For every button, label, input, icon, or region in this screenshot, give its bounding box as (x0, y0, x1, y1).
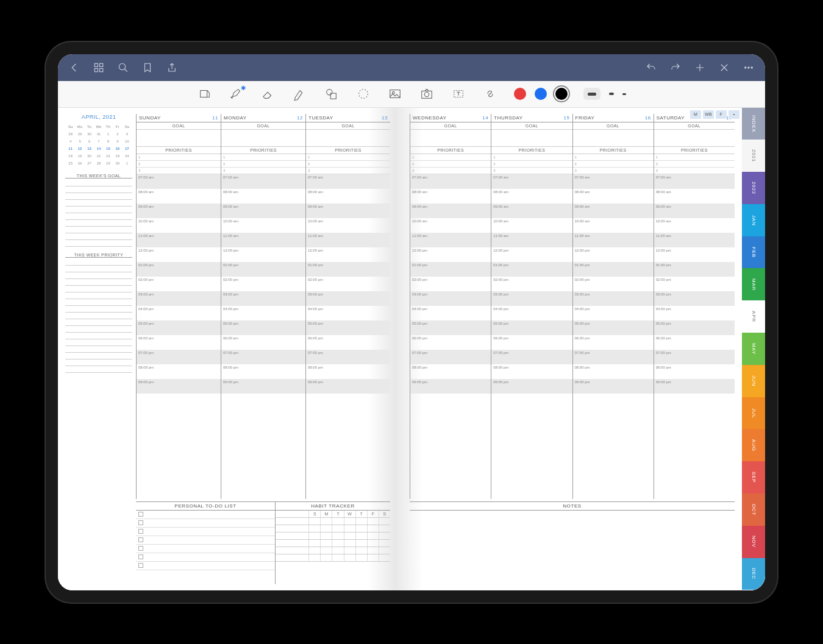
time-slot[interactable]: 07:00 am (654, 174, 735, 189)
time-slot[interactable]: 09:00 am (221, 203, 305, 218)
time-slot[interactable]: 01:00 pm (573, 262, 654, 277)
time-slot[interactable]: 10:00 am (306, 218, 390, 233)
time-slot[interactable]: 07:00 am (410, 174, 491, 189)
time-slot[interactable]: 04:00 pm (491, 306, 572, 320)
time-slot[interactable]: 08:00 pm (221, 364, 305, 379)
time-slot[interactable]: 09:00 pm (410, 379, 491, 394)
time-slot[interactable]: 08:00 am (573, 189, 654, 203)
time-slot[interactable]: 08:00 pm (137, 364, 221, 379)
camera-tool-icon[interactable] (419, 86, 435, 102)
time-slot[interactable]: 12:00 pm (654, 247, 735, 262)
time-slot[interactable]: 09:00 pm (654, 379, 735, 394)
time-slot[interactable]: 10:00 am (654, 218, 735, 233)
text-tool-icon[interactable] (451, 86, 466, 102)
time-slot[interactable]: 04:00 pm (221, 306, 305, 320)
checkbox-icon[interactable] (138, 546, 143, 551)
time-slot[interactable]: 07:00 am (137, 174, 221, 189)
checkbox-icon[interactable] (138, 512, 143, 517)
time-slot[interactable]: 01:00 pm (491, 262, 572, 277)
time-slot[interactable]: 11:00 am (654, 233, 735, 247)
day-column[interactable]: TUESDAY13GOALPRIORITIES12307:00 am08:00 … (305, 114, 390, 499)
time-slot[interactable]: 07:00 pm (306, 350, 390, 364)
time-slot[interactable]: 02:00 pm (491, 277, 572, 291)
mini-calendar[interactable]: SuMoTuWeThFrSa28293031123456789101112131… (65, 122, 132, 168)
time-slot[interactable]: 05:00 pm (137, 320, 221, 335)
time-slot[interactable]: 12:00 pm (137, 247, 221, 262)
time-slot[interactable]: 09:00 pm (491, 379, 572, 394)
side-tab[interactable]: JUN (742, 365, 765, 397)
time-slot[interactable]: 09:00 am (654, 203, 735, 218)
time-slot[interactable]: 11:00 am (306, 233, 390, 247)
highlighter-tool-icon[interactable] (292, 86, 308, 102)
time-slot[interactable]: 03:00 pm (654, 291, 735, 306)
side-tab[interactable]: 2021 (742, 140, 765, 172)
time-slot[interactable]: 05:00 pm (654, 320, 735, 335)
time-slot[interactable]: 10:00 am (573, 218, 654, 233)
time-slot[interactable]: 04:00 pm (306, 306, 390, 320)
stroke-width-option[interactable] (622, 93, 626, 95)
day-column[interactable]: WEDNESDAY14GOALPRIORITIES12307:00 am08:0… (410, 114, 491, 499)
day-column[interactable]: MONDAY12GOALPRIORITIES12307:00 am08:00 a… (221, 114, 305, 499)
side-tab[interactable]: JUL (742, 397, 765, 430)
time-slot[interactable]: 09:00 pm (573, 379, 654, 394)
view-button[interactable]: WB (703, 110, 714, 119)
readonly-tool-icon[interactable] (197, 86, 213, 102)
time-slot[interactable]: 07:00 am (573, 174, 654, 189)
time-slot[interactable]: 11:00 am (410, 233, 491, 247)
time-slot[interactable]: 08:00 pm (573, 364, 654, 379)
link-tool-icon[interactable] (482, 86, 498, 102)
stroke-width-option[interactable] (609, 93, 614, 95)
time-slot[interactable]: 09:00 pm (137, 379, 221, 394)
time-slot[interactable]: 06:00 pm (654, 335, 735, 350)
todo-row[interactable] (136, 562, 275, 570)
time-slot[interactable]: 07:00 pm (491, 350, 572, 364)
time-slot[interactable]: 06:00 pm (137, 335, 221, 350)
side-tab[interactable]: AUG (742, 429, 765, 461)
time-slot[interactable]: 11:00 am (491, 233, 572, 247)
side-tab[interactable]: MAR (742, 268, 765, 300)
time-slot[interactable]: 05:00 pm (221, 320, 305, 335)
time-slot[interactable]: 05:00 pm (491, 320, 572, 335)
time-slot[interactable]: 07:00 pm (410, 350, 491, 364)
side-tab[interactable]: SEP (742, 461, 765, 494)
time-slot[interactable]: 09:00 pm (306, 379, 390, 394)
time-slot[interactable]: 12:00 pm (573, 247, 654, 262)
time-slot[interactable]: 08:00 am (410, 189, 491, 203)
time-slot[interactable]: 03:00 pm (137, 291, 221, 306)
time-slot[interactable]: 08:00 am (306, 189, 390, 203)
shapes-tool-icon[interactable] (324, 86, 340, 102)
time-slot[interactable]: 08:00 am (221, 189, 305, 203)
time-slot[interactable]: 08:00 pm (306, 364, 390, 379)
time-slot[interactable]: 10:00 am (137, 218, 221, 233)
time-slot[interactable]: 06:00 pm (221, 335, 305, 350)
time-slot[interactable]: 11:00 am (573, 233, 654, 247)
time-slot[interactable]: 04:00 pm (654, 306, 735, 320)
lasso-tool-icon[interactable] (355, 86, 371, 102)
undo-icon[interactable] (646, 62, 657, 73)
color-swatch[interactable] (535, 88, 547, 100)
checkbox-icon[interactable] (138, 563, 143, 568)
time-slot[interactable]: 07:00 pm (573, 350, 654, 364)
grid-icon[interactable] (93, 62, 104, 73)
close-icon[interactable] (719, 62, 730, 73)
time-slot[interactable]: 12:00 pm (306, 247, 390, 262)
time-slot[interactable]: 09:00 am (573, 203, 654, 218)
time-slot[interactable]: 03:00 pm (306, 291, 390, 306)
time-slot[interactable]: 08:00 pm (491, 364, 572, 379)
side-tab[interactable]: 2022 (742, 172, 765, 204)
view-button[interactable]: M (690, 110, 701, 119)
todo-row[interactable] (136, 528, 275, 536)
time-slot[interactable]: 11:00 am (137, 233, 221, 247)
time-slot[interactable]: 03:00 pm (491, 291, 572, 306)
day-column[interactable]: SATURDAY17GOALPRIORITIES12307:00 am08:00… (654, 114, 735, 499)
time-slot[interactable]: 11:00 am (221, 233, 305, 247)
time-slot[interactable]: 09:00 pm (221, 379, 305, 394)
redo-icon[interactable] (670, 62, 681, 73)
time-slot[interactable]: 01:00 pm (410, 262, 491, 277)
time-slot[interactable]: 08:00 am (491, 189, 572, 203)
notes-dotgrid[interactable] (410, 511, 735, 578)
time-slot[interactable]: 03:00 pm (221, 291, 305, 306)
time-slot[interactable]: 02:00 pm (306, 277, 390, 291)
todo-row[interactable] (136, 545, 275, 553)
time-slot[interactable]: 06:00 pm (410, 335, 491, 350)
